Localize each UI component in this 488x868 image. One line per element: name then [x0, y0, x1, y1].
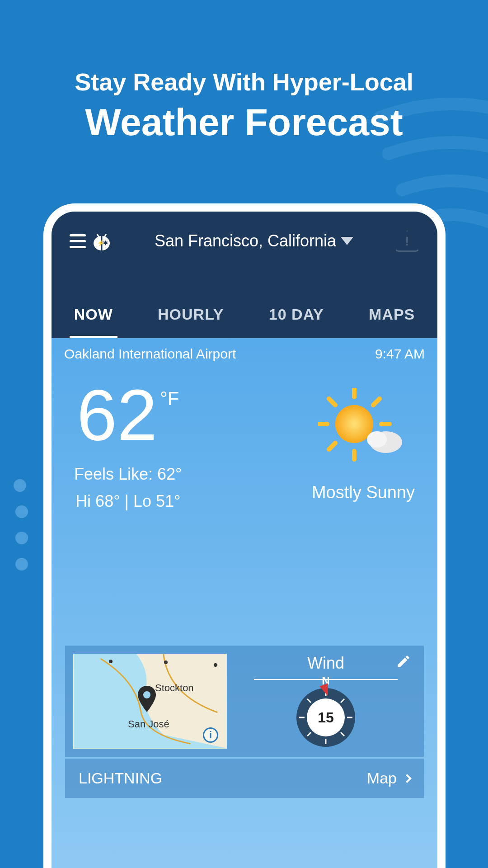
- subheader-row: Oakland International Airport 9:47 AM: [52, 338, 437, 370]
- menu-icon[interactable]: [70, 234, 86, 248]
- lightning-link-label: Map: [367, 769, 397, 787]
- svg-line-9: [329, 399, 335, 405]
- svg-text:✻: ✻: [103, 240, 108, 246]
- svg-line-25: [341, 732, 344, 736]
- wind-compass: 15: [296, 688, 355, 747]
- location-picker[interactable]: San Francisco, California: [155, 231, 353, 250]
- svg-line-10: [373, 399, 380, 405]
- station-name: Oakland International Airport: [64, 346, 236, 362]
- temp-value: 62: [77, 379, 157, 451]
- map-pin-icon: [137, 686, 157, 714]
- lightning-title: LIGHTNING: [79, 769, 162, 787]
- high-low: Hi 68° | Lo 51°: [74, 492, 182, 511]
- map-dot: [214, 663, 217, 667]
- app-topbar: ⚡✻ San Francisco, California NOW HOURLY …: [52, 212, 437, 338]
- current-temperature: 62 °F: [74, 379, 182, 451]
- weatherbug-logo-icon: ⚡✻: [90, 230, 113, 252]
- tab-now[interactable]: NOW: [70, 293, 117, 338]
- svg-line-22: [307, 699, 311, 703]
- caret-down-icon: [341, 237, 353, 245]
- edit-icon[interactable]: [396, 654, 411, 671]
- headline-line2: Weather Forecast: [0, 100, 488, 144]
- svg-point-17: [143, 691, 150, 698]
- svg-line-24: [307, 732, 311, 736]
- map-dot: [109, 660, 113, 663]
- svg-point-15: [367, 431, 387, 448]
- temp-unit: °F: [160, 388, 179, 410]
- svg-line-23: [341, 699, 344, 703]
- headline-line1: Stay Ready With Hyper-Local: [0, 68, 488, 96]
- current-conditions: 62 °F Feels Like: 62° Hi 68° | Lo 51°: [52, 370, 437, 511]
- widget-panel: Stockton San José i Wind N: [65, 646, 424, 757]
- location-label: San Francisco, California: [155, 231, 336, 250]
- condition-icon: [318, 388, 408, 469]
- map-city-sanjose: San José: [128, 718, 169, 730]
- observation-time: 9:47 AM: [375, 346, 425, 362]
- tab-bar: NOW HOURLY 10 DAY MAPS: [52, 293, 437, 338]
- phone-frame: ⚡✻ San Francisco, California NOW HOURLY …: [43, 203, 446, 868]
- chevron-right-icon: [403, 774, 412, 783]
- tab-10day[interactable]: 10 DAY: [264, 293, 328, 338]
- lightning-map-link[interactable]: Map: [367, 769, 410, 787]
- promo-headline: Stay Ready With Hyper-Local Weather Fore…: [0, 68, 488, 144]
- lightning-panel[interactable]: LIGHTNING Map: [65, 759, 424, 798]
- feels-like: Feels Like: 62°: [74, 465, 182, 484]
- map-info-icon[interactable]: i: [203, 727, 218, 743]
- tab-maps[interactable]: MAPS: [364, 293, 419, 338]
- app-screen: ⚡✻ San Francisco, California NOW HOURLY …: [52, 212, 437, 868]
- menu-logo-group: ⚡✻: [70, 230, 113, 252]
- mini-map[interactable]: Stockton San José i: [73, 654, 227, 749]
- map-dot: [164, 660, 168, 664]
- alert-icon[interactable]: [395, 230, 419, 252]
- tab-hourly[interactable]: HOURLY: [153, 293, 228, 338]
- wind-speed: 15: [307, 698, 345, 736]
- condition-text: Mostly Sunny: [312, 483, 415, 502]
- svg-line-11: [329, 443, 335, 449]
- map-city-stockton: Stockton: [155, 682, 194, 694]
